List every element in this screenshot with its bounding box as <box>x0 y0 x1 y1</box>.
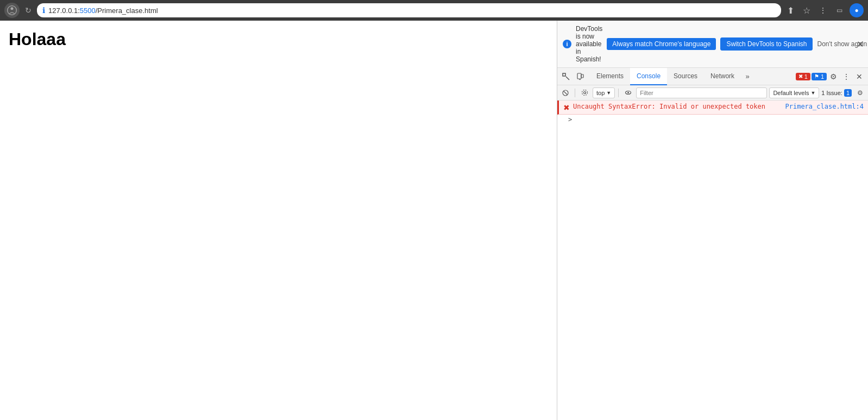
banner-close-button[interactable]: ✕ <box>857 39 864 49</box>
tab-elements[interactable]: Elements <box>590 68 630 85</box>
info-icon: ℹ <box>42 6 45 15</box>
svg-point-1 <box>11 7 14 10</box>
devtools-tab-bar: Elements Console Sources Network » ✖ 1 ⚑… <box>557 68 868 85</box>
devtools-toolbar-icons <box>559 70 587 83</box>
svg-rect-4 <box>577 73 581 79</box>
always-match-language-button[interactable]: Always match Chrome's language <box>607 38 716 50</box>
issues-settings-button[interactable]: ⚙ <box>854 87 866 99</box>
console-output: ✖ Uncaught SyntaxError: Invalid or unexp… <box>557 101 868 420</box>
svg-rect-2 <box>563 73 565 76</box>
extension-icon[interactable]: ⋮ <box>817 4 829 16</box>
console-settings-button[interactable] <box>578 87 590 99</box>
filter-input[interactable] <box>636 87 767 98</box>
issues-indicator: 1 Issue: 1 <box>821 89 852 97</box>
error-icon: ✖ <box>563 103 570 112</box>
switch-devtools-spanish-button[interactable]: Switch DevTools to Spanish <box>720 37 813 51</box>
svg-line-8 <box>564 91 567 95</box>
address-bar[interactable]: ℹ 127.0.0.1:5500/Primera_clase.html <box>37 3 781 17</box>
tab-console[interactable]: Console <box>630 68 667 85</box>
devtools-panel: i DevTools is now available in Spanish! … <box>557 21 868 420</box>
banner-message: DevTools is now available in Spanish! <box>576 25 602 63</box>
context-selector[interactable]: top ▼ <box>593 87 615 98</box>
inspect-element-icon[interactable] <box>559 70 573 83</box>
error-message: Uncaught SyntaxError: Invalid or unexpec… <box>573 103 782 110</box>
window-icon[interactable]: ▭ <box>833 4 845 16</box>
issues-badge: 1 <box>844 89 852 97</box>
page-content: Holaaa <box>0 21 557 420</box>
more-tabs-button[interactable]: » <box>741 70 754 83</box>
browser-logo <box>4 3 20 18</box>
profile-avatar[interactable]: ● <box>850 3 864 17</box>
svg-rect-5 <box>579 79 581 80</box>
levels-selector[interactable]: Default levels ▼ <box>769 87 819 98</box>
svg-rect-6 <box>581 74 583 78</box>
page-heading: Holaaa <box>9 29 548 49</box>
banner-info-icon: i <box>563 40 571 48</box>
divider-1 <box>575 89 575 97</box>
console-expand-arrow[interactable]: > <box>557 115 868 124</box>
devtools-settings-button[interactable]: ⚙ <box>827 70 840 83</box>
svg-point-12 <box>627 92 629 93</box>
svg-line-3 <box>566 77 569 80</box>
main-layout: Holaaa i DevTools is now available in Sp… <box>0 21 868 420</box>
tab-sources[interactable]: Sources <box>667 68 704 85</box>
console-toolbar: top ▼ Default levels ▼ 1 Issue: 1 ⚙ <box>557 85 868 101</box>
clear-console-button[interactable] <box>559 87 571 99</box>
warn-badge: ⚑ 1 <box>812 73 827 80</box>
divider-2 <box>618 89 619 97</box>
devtools-more-button[interactable]: ⋮ <box>840 70 853 83</box>
lang-notification-banner: i DevTools is now available in Spanish! … <box>557 21 868 68</box>
address-text: 127.0.0.1:5500/Primera_clase.html <box>48 7 158 15</box>
share-icon[interactable]: ⬆ <box>784 4 796 16</box>
bookmark-icon[interactable]: ☆ <box>801 4 813 16</box>
error-source-link[interactable]: Primera_clase.html:4 <box>785 103 864 110</box>
reload-button[interactable]: ↻ <box>23 5 34 16</box>
error-badge: ✖ 1 <box>796 73 810 80</box>
toolbar-right: ⬆ ☆ ⋮ ▭ ● <box>784 3 864 17</box>
devtools-close-button[interactable]: ✕ <box>853 70 866 83</box>
tab-network[interactable]: Network <box>704 68 741 85</box>
browser-chrome: ↻ ℹ 127.0.0.1:5500/Primera_clase.html ⬆ … <box>0 0 868 21</box>
device-toggle-icon[interactable] <box>574 70 587 83</box>
svg-point-9 <box>583 92 586 94</box>
svg-point-10 <box>582 90 587 96</box>
console-error-row: ✖ Uncaught SyntaxError: Invalid or unexp… <box>557 101 868 115</box>
eye-icon[interactable] <box>622 87 634 99</box>
